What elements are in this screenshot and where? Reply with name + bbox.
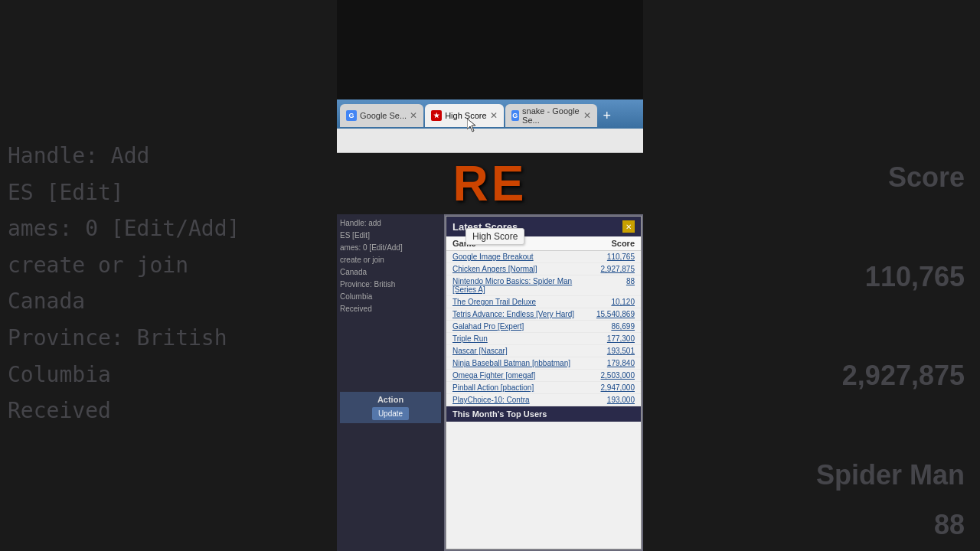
score-value[interactable]: 179,840 <box>589 359 635 367</box>
address-bar[interactable] <box>337 129 643 153</box>
score-value[interactable]: 88 <box>589 277 635 294</box>
scores-panel: Latest Scores ✕ Game Score Google Image … <box>446 216 642 549</box>
tab-label-highscore: High Score <box>445 111 486 120</box>
score-value[interactable]: 193,501 <box>589 347 635 355</box>
game-name[interactable]: PlayChoice-10: Contra <box>452 396 589 404</box>
table-row: Ninja Baseball Batman [nbbatman] 179,840 <box>446 357 641 370</box>
game-name[interactable]: Google Image Breakout <box>452 253 589 261</box>
table-row: Chicken Angers [Normal] 2,927,875 <box>446 263 641 276</box>
col-score-label: Score <box>611 239 635 248</box>
tab-label-google: Google Se... <box>360 111 407 120</box>
tab-label-snake: snake - Google Se... <box>522 106 580 125</box>
bg-text-left: Handle: Add ES [Edit] ames: 0 [Edit/Add]… <box>8 138 240 429</box>
tab-favicon-highscore: ★ <box>431 110 442 121</box>
table-row: Omega Fighter [omegaf] 2,503,000 <box>446 370 641 382</box>
update-button[interactable]: Update <box>372 407 409 420</box>
page-content: Handle: add ES [Edit] ames: 0 [Edit/Add]… <box>337 214 643 551</box>
table-row: Nascar [Nascar] 193,501 <box>446 345 641 357</box>
scores-panel-close[interactable]: ✕ <box>622 220 635 233</box>
game-name[interactable]: Nintendo Micro Basics: Spider Man [Serie… <box>452 277 589 294</box>
page-header: RE <box>337 153 643 214</box>
tab-tooltip: High Score <box>466 228 524 245</box>
table-row: The Oregon Trail Deluxe 10,120 <box>446 296 641 308</box>
game-name[interactable]: Chicken Angers [Normal] <box>452 265 589 273</box>
game-name[interactable]: Tetris Advance: Endless [Very Hard] <box>452 310 589 318</box>
sidebar: Handle: add ES [Edit] ames: 0 [Edit/Add]… <box>337 214 444 551</box>
tab-close-google[interactable]: ✕ <box>410 110 417 121</box>
score-value[interactable]: 10,120 <box>589 298 635 306</box>
game-name[interactable]: Triple Run <box>452 334 589 343</box>
score-value[interactable]: 177,300 <box>589 334 635 343</box>
game-name[interactable]: Pinball Action [pbaction] <box>452 383 589 392</box>
sidebar-text: Handle: add ES [Edit] ames: 0 [Edit/Add]… <box>340 217 441 315</box>
background-left: Handle: Add ES [Edit] ames: 0 [Edit/Add]… <box>0 0 337 551</box>
tab-google[interactable]: G Google Se... ✕ <box>340 104 423 127</box>
table-row: Pinball Action [pbaction] 2,947,000 <box>446 382 641 394</box>
score-value[interactable]: 15,540,869 <box>589 310 635 318</box>
table-row: PlayChoice-10: Contra 193,000 <box>446 394 641 406</box>
background-right: Score 110,765 2,927,875 Spider Man 88 10… <box>643 0 980 551</box>
page-header-text: RE <box>453 155 528 212</box>
table-row: Galahad Pro [Expert] 86,699 <box>446 321 641 333</box>
scores-table: Google Image Breakout 110,765 Chicken An… <box>446 251 641 422</box>
sidebar-action-section: Action Update <box>340 392 441 423</box>
tab-highscore[interactable]: ★ High Score ✕ <box>425 104 503 127</box>
browser-window: G Google Se... ✕ ★ High Score ✕ G snake … <box>337 99 643 551</box>
tab-close-snake[interactable]: ✕ <box>583 110 591 121</box>
game-name[interactable]: Nascar [Nascar] <box>452 347 589 355</box>
tab-favicon-snake: G <box>511 110 520 121</box>
bg-text-right: Score 110,765 2,927,875 Spider Man 88 10… <box>816 153 965 551</box>
table-row: Nintendo Micro Basics: Spider Man [Serie… <box>446 276 641 296</box>
game-name[interactable]: Ninja Baseball Batman [nbbatman] <box>452 359 589 367</box>
table-row: Triple Run 177,300 <box>446 333 641 345</box>
tab-close-highscore[interactable]: ✕ <box>490 110 498 121</box>
top-users-header: This Month's Top Users <box>446 406 641 422</box>
table-row: Tetris Advance: Endless [Very Hard] 15,5… <box>446 308 641 321</box>
tab-snake[interactable]: G snake - Google Se... ✕ <box>505 104 597 127</box>
score-value[interactable]: 2,927,875 <box>589 265 635 273</box>
game-name[interactable]: Omega Fighter [omegaf] <box>452 371 589 380</box>
score-value[interactable]: 193,000 <box>589 396 635 404</box>
new-tab-button[interactable]: + <box>599 108 616 124</box>
score-value[interactable]: 2,947,000 <box>589 383 635 392</box>
score-value[interactable]: 2,503,000 <box>589 371 635 380</box>
table-row: Google Image Breakout 110,765 <box>446 251 641 263</box>
tab-favicon-google: G <box>346 110 357 121</box>
game-name[interactable]: The Oregon Trail Deluxe <box>452 298 589 306</box>
tab-bar: G Google Se... ✕ ★ High Score ✕ G snake … <box>337 99 643 129</box>
score-value[interactable]: 110,765 <box>589 253 635 261</box>
game-name[interactable]: Galahad Pro [Expert] <box>452 322 589 331</box>
action-label: Action <box>377 395 403 404</box>
score-value[interactable]: 86,699 <box>589 322 635 331</box>
